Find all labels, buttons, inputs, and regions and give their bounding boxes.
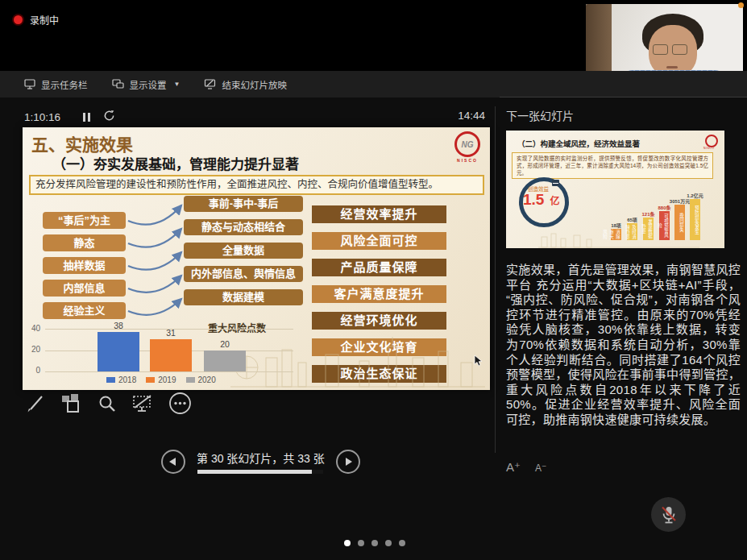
right-column-item: 客户满意度提升 [312, 285, 446, 303]
webcam-divider [500, 97, 747, 97]
webcam-door [586, 4, 612, 73]
right-column-item: 风险全面可控 [312, 232, 446, 250]
previous-slide-button[interactable] [161, 450, 185, 474]
presentation-board-icon [552, 180, 559, 186]
slide-middle-column: 事前-事中-事后静态与动态相结合全量数据内外部信息、舆情信息数据建模 [184, 196, 303, 305]
slide-navigation: 第 30 张幻灯片，共 33 张 [161, 450, 360, 474]
restart-icon [103, 110, 115, 122]
display-settings-button[interactable]: 显示设置 ▼ [112, 78, 181, 91]
right-column-item: 经营环境优化 [312, 312, 446, 330]
display-settings-icon [112, 79, 124, 89]
bar-value-label: 31 [150, 328, 192, 338]
left-column-item: 内部信息 [43, 280, 126, 297]
benefit-value: 1.5亿 [523, 191, 559, 209]
speaker-notes: 实施效果，首先是管理效果，南钢智慧风控平台 充分运用“大数据+区块链+AI”手段… [506, 263, 741, 443]
preview-title: （二）构建全域风控，经济效益显著 [517, 138, 640, 149]
next-slide-button[interactable] [336, 450, 360, 474]
transition-arrows [123, 198, 188, 319]
show-taskbar-button[interactable]: 显示任务栏 [24, 78, 88, 91]
y-tick-label: 40 [23, 324, 40, 333]
next-slide-header: 下一张幻灯片 [506, 107, 574, 123]
mic-muted-icon [660, 505, 678, 525]
recording-label: 录制中 [30, 13, 59, 27]
axis-line [45, 371, 293, 372]
benefit-unit: 亿 [550, 196, 559, 207]
pause-timer-button[interactable] [83, 113, 90, 122]
legend-label: 2020 [198, 375, 216, 384]
left-column-item: 经验主义 [43, 302, 126, 319]
elapsed-timer: 1:10:16 [24, 111, 60, 123]
left-column-item: 静态 [43, 234, 126, 251]
slide-counter-label: 第 30 张幻灯片，共 33 张 [197, 450, 325, 466]
taskbar-icon [24, 79, 35, 89]
preview-bar-value-label: 1.2亿元 [683, 193, 708, 199]
microphone-muted-button[interactable] [651, 497, 686, 532]
carousel-dot[interactable] [399, 540, 405, 546]
preview-bar-value-label: 880条 [652, 205, 677, 211]
current-slide[interactable]: 五、实施效果 （一）夯实发展基础，管理能力提升显著 NG NISCO 充分发挥风… [23, 127, 490, 390]
presenter-view-app: 录制中 刘红军 显示任务栏 [0, 0, 747, 560]
more-options-button[interactable] [168, 392, 192, 415]
preview-highlight-box: 实现了风险数据的实时监测分析，提供预警反馈，督促整改的数字化风控管理方式，形成闭… [512, 152, 713, 179]
legend-swatch [146, 377, 155, 383]
legend-item: 2018 [106, 375, 136, 384]
recording-indicator: 录制中 [14, 13, 59, 27]
slide-highlight-box: 充分发挥风险管理的建设性和预防性作用，全面推进风控、内控、合规向价值增值型转型。 [29, 175, 484, 195]
see-all-slides-button[interactable] [60, 393, 82, 414]
pen-tool-button[interactable] [24, 393, 45, 414]
chart-legend: 2018 2019 2020 [106, 375, 216, 384]
slide-title: 五、实施效果 [31, 131, 133, 156]
end-slideshow-icon [204, 79, 216, 89]
chevron-down-icon: ▼ [174, 81, 181, 88]
middle-column-item: 全量数据 [184, 243, 303, 259]
zoom-slide-button[interactable] [98, 394, 117, 413]
preview-bar-value-label: 121条 [636, 212, 661, 218]
legend-swatch [186, 377, 195, 383]
carousel-dot[interactable] [371, 540, 378, 546]
increase-font-button[interactable]: A⁺ [506, 460, 521, 475]
end-slideshow-button[interactable]: 结束幻灯片放映 [204, 78, 287, 91]
wall-clock: 14:44 [435, 110, 485, 122]
carousel-dot[interactable] [344, 540, 351, 546]
restart-timer-button[interactable] [103, 110, 115, 124]
logo-wordmark: NISCO [454, 158, 480, 163]
webcam-person-mouth [666, 66, 678, 68]
arrow-right-icon [346, 458, 352, 466]
carousel-dot[interactable] [385, 540, 392, 546]
legend-item: 2019 [146, 375, 176, 384]
magnifier-icon [98, 394, 117, 413]
slide-subtitle: （一）夯实发展基础，管理能力提升显著 [52, 153, 299, 173]
company-logo: NG NISCO [454, 131, 480, 163]
preview-logo-wordmark: NISCO [703, 147, 715, 150]
webcam-person-glasses [653, 44, 668, 55]
preview-logo-icon: NISCO [705, 135, 718, 147]
black-screen-button[interactable] [132, 393, 153, 414]
legend-swatch [106, 377, 115, 383]
left-column-item: “事后”为主 [43, 212, 126, 229]
right-column-item: 产品质量保障 [312, 259, 446, 276]
presenter-content: 1:10:16 14:44 五、实施效果 （一）夯实发展基础，管理能力提升显著 … [0, 97, 747, 560]
bar-value-label: 20 [204, 339, 246, 349]
bar-value-label: 38 [98, 321, 139, 330]
risk-points-chart: 重大风险点数 40200 38 31 20 [23, 321, 297, 390]
end-slideshow-label: 结束幻灯片放映 [222, 78, 287, 91]
preview-skyline-decoration [538, 230, 699, 248]
next-slide-preview[interactable]: （二）构建全域风控，经济效益显著 NISCO 实现了风险数据的实时监测分析，提供… [506, 131, 724, 248]
decrease-font-button[interactable]: A⁻ [535, 463, 546, 474]
chart-bar: 20 [204, 351, 246, 371]
notes-font-controls: A⁺ A⁻ [506, 460, 546, 475]
ellipsis-icon [168, 392, 192, 415]
annotation-tools [24, 392, 192, 415]
slide-progress-bar [197, 470, 323, 474]
slide-grid-icon [60, 393, 82, 414]
middle-column-item: 静态与动态相结合 [184, 219, 303, 235]
legend-item: 2020 [186, 375, 216, 384]
slide-counter: 第 30 张幻灯片，共 33 张 [197, 450, 325, 474]
logo-ring-icon: NG [454, 131, 480, 157]
legend-label: 2018 [118, 375, 136, 384]
carousel-dot[interactable] [358, 540, 364, 546]
y-tick-label: 0 [23, 366, 40, 375]
arrow-left-icon [169, 458, 176, 466]
carousel-dots [344, 540, 405, 546]
pen-icon [24, 393, 45, 414]
